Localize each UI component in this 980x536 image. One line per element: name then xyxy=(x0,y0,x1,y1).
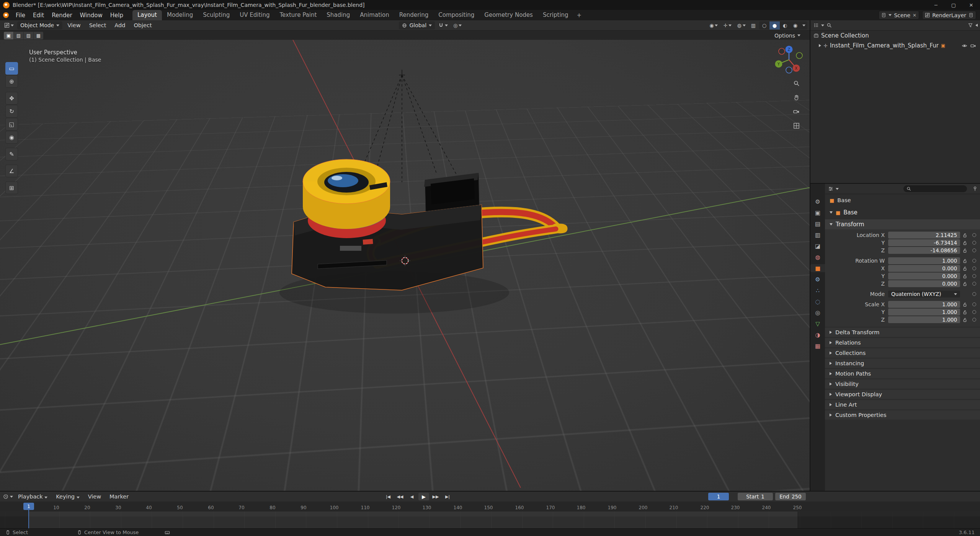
rotation-w-field[interactable]: 1.000 xyxy=(888,257,960,264)
panel-viewport-display[interactable]: Viewport Display xyxy=(825,390,980,399)
viewport-canvas[interactable]: User Perspective (1) Scene Collection | … xyxy=(0,40,810,491)
tab-object[interactable]: ■ xyxy=(810,264,825,272)
tab-uv-editing[interactable]: UV Editing xyxy=(235,10,274,20)
close-button[interactable]: ✕ xyxy=(962,0,980,10)
animate-decorator[interactable] xyxy=(972,282,976,286)
search-icon[interactable] xyxy=(826,23,832,28)
menu-object[interactable]: Object xyxy=(130,22,155,28)
tab-sculpting[interactable]: Sculpting xyxy=(198,10,235,20)
playhead-line[interactable] xyxy=(28,509,29,529)
transform-orientation-dropdown[interactable]: Global xyxy=(399,21,435,29)
add-workspace-button[interactable]: + xyxy=(573,10,585,20)
animate-decorator[interactable] xyxy=(972,274,976,278)
tab-scripting[interactable]: Scripting xyxy=(538,10,573,20)
pin-icon[interactable] xyxy=(972,186,978,191)
properties-search-input[interactable] xyxy=(903,185,967,192)
select-mode-intersect[interactable]: ▩ xyxy=(34,32,43,39)
lock-icon[interactable] xyxy=(960,233,969,238)
panel-custom-properties[interactable]: Custom Properties xyxy=(825,410,980,420)
snapping-toggle[interactable] xyxy=(436,23,450,28)
menu-select[interactable]: Select xyxy=(86,22,110,28)
tab-constraints[interactable]: ◎ xyxy=(810,309,825,317)
lock-icon[interactable] xyxy=(960,302,969,307)
lock-icon[interactable] xyxy=(960,258,969,263)
previous-keyframe-button[interactable]: ◀◀ xyxy=(395,493,405,500)
camera-view-icon[interactable] xyxy=(791,106,801,116)
tab-output[interactable]: ▤ xyxy=(810,220,825,228)
tab-layout[interactable]: Layout xyxy=(132,10,162,20)
shading-material-button[interactable]: ◐ xyxy=(780,21,790,29)
gizmos-toggle[interactable]: ✛ xyxy=(721,23,733,28)
menu-view[interactable]: View xyxy=(64,22,84,28)
maximize-button[interactable]: ▢ xyxy=(945,0,962,10)
scale-z-field[interactable]: 1.000 xyxy=(888,316,960,323)
tab-modifiers[interactable]: ⚙ xyxy=(810,275,825,283)
rotation-mode-dropdown[interactable]: Quaternion (WXYZ) xyxy=(888,291,960,297)
tool-measure[interactable]: ∠ xyxy=(5,165,18,177)
tab-rendering[interactable]: Rendering xyxy=(394,10,434,20)
tool-annotate[interactable]: ✎ xyxy=(5,148,18,160)
tool-select-box[interactable]: ▭ xyxy=(5,62,18,75)
menu-view-timeline[interactable]: View xyxy=(85,494,105,500)
lock-icon[interactable] xyxy=(960,274,969,279)
chevron-down-icon[interactable] xyxy=(802,25,805,26)
lock-icon[interactable] xyxy=(960,248,969,253)
shading-wireframe-button[interactable]: ○ xyxy=(759,21,769,29)
tool-add-cube[interactable]: ⊞ xyxy=(5,181,18,194)
proportional-editing-toggle[interactable]: ◎ xyxy=(451,23,464,28)
object-name-field[interactable]: Base xyxy=(843,209,858,216)
panel-motion-paths[interactable]: Motion Paths xyxy=(825,369,980,378)
rotation-z-field[interactable]: 0.000 xyxy=(888,280,960,287)
menu-keying[interactable]: Keying xyxy=(52,494,83,500)
tab-physics[interactable]: ◌ xyxy=(810,297,825,306)
animate-decorator[interactable] xyxy=(972,318,976,322)
expand-icon[interactable] xyxy=(830,211,833,214)
hide-eye-icon[interactable] xyxy=(962,43,967,49)
tab-texture[interactable]: ▦ xyxy=(810,342,825,350)
jump-to-start-button[interactable]: |◀ xyxy=(383,493,394,500)
lock-icon[interactable] xyxy=(960,240,969,245)
lock-icon[interactable] xyxy=(960,317,969,322)
tab-animation[interactable]: Animation xyxy=(355,10,394,20)
lock-icon[interactable] xyxy=(960,310,969,315)
animate-decorator[interactable] xyxy=(972,310,976,314)
panel-delta-transform[interactable]: Delta Transform xyxy=(825,328,980,337)
scale-y-field[interactable]: 1.000 xyxy=(888,309,960,315)
tool-scale[interactable]: ◱ xyxy=(5,118,18,131)
unlink-scene-icon[interactable]: ✕ xyxy=(913,13,916,18)
tool-transform[interactable]: ◉ xyxy=(5,131,18,144)
lock-icon[interactable] xyxy=(960,281,969,286)
location-z-field[interactable]: -14.08656 xyxy=(888,247,960,254)
rotation-x-field[interactable]: 0.000 xyxy=(888,265,960,272)
filter-icon[interactable] xyxy=(968,23,973,28)
shading-solid-button[interactable]: ● xyxy=(769,21,780,29)
expand-icon[interactable] xyxy=(819,44,821,47)
animate-decorator[interactable] xyxy=(972,248,976,252)
outliner-row-scene-collection[interactable]: Scene Collection xyxy=(810,31,980,41)
rotation-y-field[interactable]: 0.000 xyxy=(888,273,960,279)
select-mode-subtract[interactable]: ▨ xyxy=(24,32,34,39)
transform-panel-header[interactable]: Transform xyxy=(825,219,980,229)
play-reverse-button[interactable]: ◀ xyxy=(407,493,417,500)
menu-window[interactable]: Window xyxy=(76,10,106,20)
tool-rotate[interactable]: ↻ xyxy=(5,105,18,118)
tool-cursor[interactable]: ⊕ xyxy=(5,75,18,88)
ortho-toggle-icon[interactable] xyxy=(791,121,801,131)
select-mode-extend[interactable]: ▧ xyxy=(14,32,24,39)
tab-modeling[interactable]: Modeling xyxy=(162,10,198,20)
tab-geometry-nodes[interactable]: Geometry Nodes xyxy=(479,10,538,20)
jump-to-end-button[interactable]: ▶| xyxy=(442,493,453,500)
menu-marker[interactable]: Marker xyxy=(106,494,132,500)
animate-decorator[interactable] xyxy=(972,292,976,296)
lock-icon[interactable] xyxy=(960,266,969,271)
panel-collections[interactable]: Collections xyxy=(825,348,980,358)
minimize-button[interactable]: ─ xyxy=(927,0,945,10)
zoom-icon[interactable] xyxy=(791,78,801,88)
timeline-editor-icon[interactable] xyxy=(3,494,8,499)
tab-texture-paint[interactable]: Texture Paint xyxy=(274,10,322,20)
tab-shading[interactable]: Shading xyxy=(322,10,355,20)
tab-material[interactable]: ◑ xyxy=(810,331,825,339)
navigation-gizmo[interactable]: Z Y X xyxy=(774,44,804,75)
location-x-field[interactable]: 2.11425 xyxy=(888,232,960,239)
properties-editor-icon[interactable] xyxy=(828,186,833,191)
